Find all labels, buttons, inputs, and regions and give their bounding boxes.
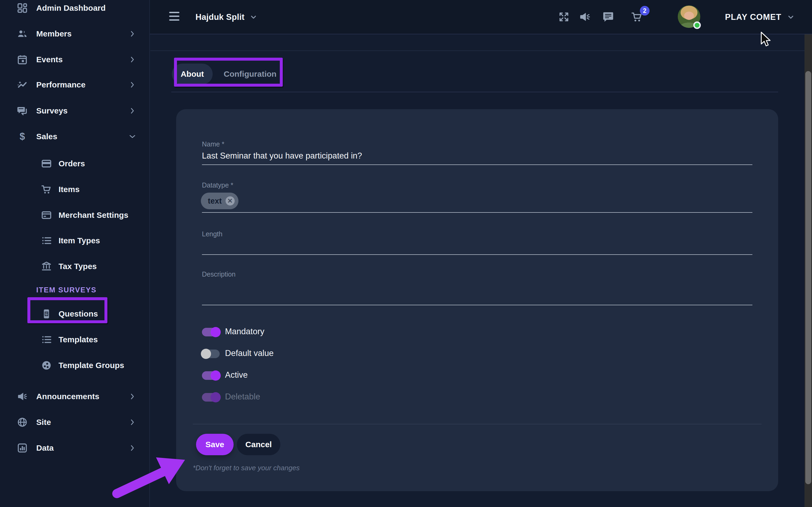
- sidebar-item-tax-types[interactable]: Tax Types: [0, 258, 149, 274]
- sidebar-item-label: Tax Types: [58, 262, 97, 271]
- megaphone-icon: [579, 11, 591, 23]
- cancel-button[interactable]: Cancel: [237, 434, 280, 455]
- sidebar-item-label: Performance: [36, 80, 85, 89]
- credit-card-icon: [41, 158, 52, 169]
- account-menu[interactable]: PLAY COMET: [725, 0, 795, 34]
- sidebar-item-label: Admin Dashboard: [36, 3, 106, 13]
- svg-text:?: ?: [45, 312, 48, 316]
- datatype-chip-label: text: [208, 196, 222, 206]
- chevron-right-icon: [129, 418, 137, 426]
- sidebar-item-site[interactable]: Site: [0, 414, 149, 430]
- toggle-knob: [201, 349, 211, 359]
- sidebar-item-label: Data: [36, 443, 54, 453]
- scrollbar-track[interactable]: [805, 34, 812, 507]
- tab-configuration-label: Configuration: [224, 69, 276, 78]
- mandatory-toggle-label: Mandatory: [225, 327, 264, 336]
- sidebar-item-label: Templates: [58, 335, 98, 344]
- sidebar-item-orders[interactable]: Orders: [0, 156, 149, 172]
- bank-icon: [41, 261, 52, 272]
- sidebar-item-items[interactable]: Items: [0, 181, 149, 198]
- sidebar-item-surveys[interactable]: Surveys: [0, 103, 149, 119]
- save-button[interactable]: Save: [196, 434, 234, 455]
- mandatory-toggle-row: Mandatory: [176, 327, 778, 337]
- sidebar-item-admin-dashboard[interactable]: Admin Dashboard: [0, 0, 149, 16]
- chevron-down-icon: [249, 13, 257, 21]
- surveys-icon: [17, 105, 28, 116]
- length-field-label: Length: [202, 230, 222, 238]
- chevron-right-icon: [129, 444, 137, 452]
- active-toggle-label: Active: [225, 370, 248, 380]
- sidebar-item-events[interactable]: Events: [0, 52, 149, 68]
- sidebar-item-label: Site: [36, 418, 51, 427]
- chevron-right-icon: [129, 56, 137, 64]
- cart-icon: [41, 184, 52, 195]
- bar-chart-icon: [17, 442, 28, 454]
- name-field-value[interactable]: Last Seminar that you have participated …: [202, 151, 362, 161]
- chevron-right-icon: [129, 392, 137, 400]
- sidebar-item-sales[interactable]: $ Sales: [0, 128, 149, 145]
- list-icon: [41, 334, 52, 345]
- app-root: Hajduk Split 2 PLAY COMET: [0, 0, 812, 507]
- sidebar-item-label: Members: [36, 29, 72, 38]
- sidebar-item-templates[interactable]: Templates: [0, 332, 149, 348]
- datatype-field-underline: [202, 212, 752, 213]
- sidebar-item-label: Events: [36, 55, 62, 64]
- question-form-card: Name * Last Seminar that you have partic…: [176, 109, 778, 491]
- question-phone-icon: ?: [41, 308, 52, 320]
- members-icon: [17, 28, 28, 40]
- sidebar-item-label: Questions: [58, 309, 98, 319]
- dollar-icon: $: [17, 131, 28, 142]
- team-switcher[interactable]: Hajduk Split: [196, 0, 257, 34]
- sidebar-item-template-groups[interactable]: Template Groups: [0, 357, 149, 374]
- name-field-underline: [202, 164, 752, 165]
- chevron-right-icon: [129, 81, 137, 89]
- sidebar-item-announcements[interactable]: Announcements: [0, 388, 149, 404]
- group-circle-icon: [41, 360, 52, 371]
- sidebar-item-label: Sales: [36, 132, 57, 141]
- default-value-toggle-label: Default value: [225, 348, 273, 358]
- toggle-knob: [210, 392, 221, 402]
- megaphone-icon: [17, 391, 28, 402]
- menu-toggle-button[interactable]: [169, 12, 180, 22]
- globe-icon: [17, 416, 28, 428]
- sidebar-item-members[interactable]: Members: [0, 26, 149, 42]
- chevron-down-icon: [787, 13, 795, 21]
- deletable-toggle: [202, 393, 220, 402]
- tab-configuration[interactable]: Configuration: [224, 64, 276, 84]
- name-field-label: Name *: [202, 140, 224, 148]
- announcements-button[interactable]: [579, 11, 591, 23]
- fullscreen-button[interactable]: [558, 11, 570, 23]
- scrollbar-thumb[interactable]: [805, 71, 811, 484]
- sidebar-item-merchant-settings[interactable]: Merchant Settings: [0, 207, 149, 223]
- sidebar-item-performance[interactable]: Performance: [0, 77, 149, 93]
- toggle-knob: [210, 371, 221, 381]
- tabs-divider: [171, 92, 778, 92]
- sidebar-item-label: Surveys: [36, 106, 68, 115]
- cart-count-badge: 2: [640, 6, 650, 15]
- sidebar-item-questions[interactable]: ? Questions: [0, 306, 149, 322]
- messages-button[interactable]: [602, 11, 614, 23]
- fullscreen-icon: [558, 11, 570, 23]
- form-divider: [193, 424, 762, 425]
- chat-icon: [602, 11, 614, 23]
- description-field-underline: [202, 305, 752, 305]
- active-toggle[interactable]: [202, 371, 220, 380]
- performance-icon: [17, 79, 28, 91]
- header-divider: [150, 50, 812, 51]
- default-value-toggle[interactable]: [202, 349, 220, 358]
- datatype-field-label: Datatype *: [202, 181, 233, 189]
- tab-about[interactable]: About: [172, 64, 213, 84]
- chip-remove-button[interactable]: ✕: [225, 196, 235, 206]
- sidebar-item-label: Merchant Settings: [58, 211, 129, 220]
- sidebar-item-data[interactable]: Data: [0, 440, 149, 456]
- datatype-chip: text ✕: [201, 192, 239, 209]
- default-value-toggle-row: Default value: [176, 349, 778, 359]
- team-name: Hajduk Split: [196, 12, 245, 22]
- chevron-down-icon: [129, 132, 137, 140]
- list-icon: [41, 235, 52, 246]
- calendar-icon: [17, 54, 28, 65]
- mandatory-toggle[interactable]: [202, 328, 220, 336]
- deletable-toggle-label: Deletable: [225, 392, 260, 402]
- sidebar-item-label: Announcements: [36, 392, 99, 401]
- sidebar-item-item-types[interactable]: Item Types: [0, 233, 149, 249]
